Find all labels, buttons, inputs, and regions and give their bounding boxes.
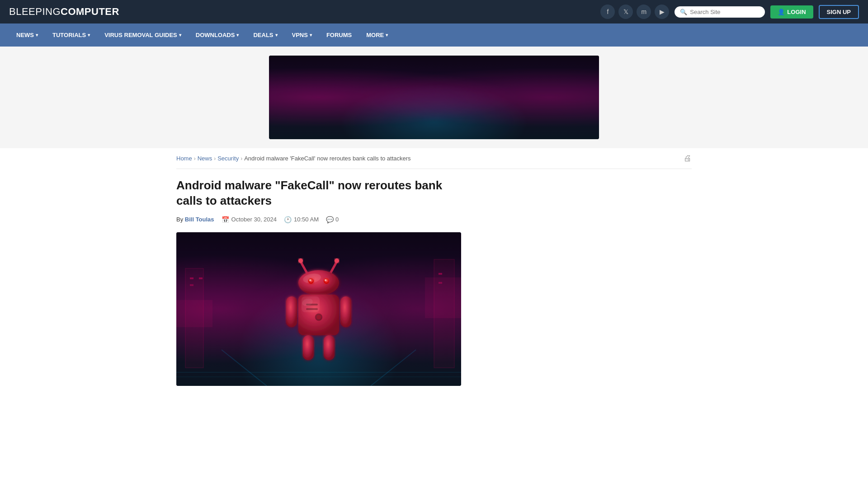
- svg-point-15: [316, 315, 321, 319]
- svg-point-8: [309, 279, 311, 281]
- chevron-down-icon: ▾: [236, 33, 239, 38]
- breadcrumb-separator: ›: [214, 155, 216, 162]
- nav-label-news: NEWS: [16, 32, 34, 38]
- chevron-down-icon: ▾: [386, 33, 388, 38]
- clock-icon: 🕐: [284, 216, 292, 223]
- article-sidebar: [475, 178, 692, 386]
- site-logo[interactable]: BLEEPINGCOMPUTER: [9, 6, 119, 18]
- chevron-down-icon: ▾: [88, 33, 90, 38]
- nav-item-downloads[interactable]: DOWNLOADS ▾: [189, 23, 246, 47]
- article-meta: By Bill Toulas 📅 October 30, 2024 🕐 10:5…: [176, 216, 461, 223]
- breadcrumb: Home › News › Security › Android malware…: [176, 148, 692, 169]
- article-date: 📅 October 30, 2024: [222, 216, 277, 223]
- nav-item-more[interactable]: MORE ▾: [359, 23, 395, 47]
- nav-label-vpns: VPNS: [292, 32, 308, 38]
- svg-line-0: [301, 262, 307, 274]
- user-icon: 👤: [778, 9, 785, 15]
- breadcrumb-home[interactable]: Home: [176, 155, 192, 162]
- svg-point-4: [298, 270, 339, 296]
- nav-item-forums[interactable]: FORUMS: [319, 23, 359, 47]
- nav-label-deals: DEALS: [253, 32, 273, 38]
- breadcrumb-news[interactable]: News: [198, 155, 212, 162]
- svg-point-2: [298, 258, 303, 263]
- article-layout: Android malware "FakeCall" now reroutes …: [176, 178, 692, 386]
- comment-icon: 💬: [326, 216, 334, 223]
- nav-item-virus[interactable]: VIRUS REMOVAL GUIDES ▾: [97, 23, 189, 47]
- youtube-icon[interactable]: ▶: [655, 5, 669, 19]
- article-time: 🕐 10:50 AM: [284, 216, 319, 223]
- nav-label-tutorials: TUTORIALS: [52, 32, 86, 38]
- svg-point-7: [324, 278, 329, 284]
- chevron-down-icon: ▾: [36, 33, 38, 38]
- login-label: LOGIN: [787, 9, 806, 15]
- breadcrumb-left: Home › News › Security › Android malware…: [176, 155, 411, 162]
- search-bar: 🔍: [675, 6, 765, 18]
- author-link[interactable]: Bill Toulas: [185, 216, 214, 223]
- svg-rect-17: [340, 296, 351, 327]
- main-nav: NEWS ▾ TUTORIALS ▾ VIRUS REMOVAL GUIDES …: [0, 23, 868, 47]
- svg-rect-18: [303, 335, 314, 360]
- login-button[interactable]: 👤 LOGIN: [770, 5, 813, 19]
- logo-normal: BLEEPING: [9, 6, 61, 17]
- social-icons: f 𝕏 m ▶: [600, 5, 669, 19]
- signup-button[interactable]: SIGN UP: [819, 5, 859, 19]
- ad-banner[interactable]: THREATLOCKER® ZERO TRUST WORLD HACKING L…: [269, 56, 599, 139]
- nav-label-downloads: DOWNLOADS: [196, 32, 235, 38]
- article-main: Android malware "FakeCall" now reroutes …: [176, 178, 461, 386]
- calendar-icon: 📅: [222, 216, 229, 223]
- article-title: Android malware "FakeCall" now reroutes …: [176, 178, 461, 209]
- breadcrumb-separator: ›: [241, 155, 242, 162]
- svg-rect-19: [324, 335, 335, 360]
- chevron-down-icon: ▾: [179, 33, 181, 38]
- facebook-icon[interactable]: f: [600, 5, 615, 19]
- svg-line-1: [330, 262, 337, 274]
- twitter-icon[interactable]: 𝕏: [618, 5, 633, 19]
- search-input[interactable]: [690, 9, 760, 15]
- article-hero-image: [269, 250, 368, 368]
- print-icon[interactable]: 🖨: [684, 154, 692, 163]
- search-icon: 🔍: [680, 9, 687, 15]
- site-header: BLEEPINGCOMPUTER f 𝕏 m ▶ 🔍 👤 LOGIN SIGN …: [0, 0, 868, 23]
- logo-bold: COMPUTER: [61, 6, 119, 17]
- svg-rect-13: [306, 308, 318, 310]
- content-area: Home › News › Security › Android malware…: [167, 148, 701, 386]
- nav-item-vpns[interactable]: VPNS ▾: [285, 23, 319, 47]
- nav-label-more: MORE: [366, 32, 384, 38]
- nav-label-forums: FORUMS: [326, 32, 352, 38]
- chevron-down-icon: ▾: [310, 33, 312, 38]
- mastodon-icon[interactable]: m: [637, 5, 651, 19]
- article-comments[interactable]: 💬 0: [326, 216, 339, 223]
- nav-item-news[interactable]: NEWS ▾: [9, 23, 45, 47]
- svg-point-3: [335, 258, 339, 263]
- nav-label-virus: VIRUS REMOVAL GUIDES: [104, 32, 177, 38]
- header-right: f 𝕏 m ▶ 🔍 👤 LOGIN SIGN UP: [600, 5, 859, 19]
- breadcrumb-current: Android malware 'FakeCall' now reroutes …: [244, 155, 410, 162]
- article-image: [176, 232, 461, 386]
- nav-item-deals[interactable]: DEALS ▾: [246, 23, 284, 47]
- chevron-down-icon: ▾: [275, 33, 278, 38]
- breadcrumb-security[interactable]: Security: [217, 155, 239, 162]
- article-author: By Bill Toulas: [176, 216, 214, 223]
- svg-point-6: [308, 278, 314, 284]
- svg-rect-16: [286, 296, 297, 327]
- svg-point-9: [325, 279, 326, 281]
- nav-item-tutorials[interactable]: TUTORIALS ▾: [45, 23, 97, 47]
- breadcrumb-separator: ›: [194, 155, 196, 162]
